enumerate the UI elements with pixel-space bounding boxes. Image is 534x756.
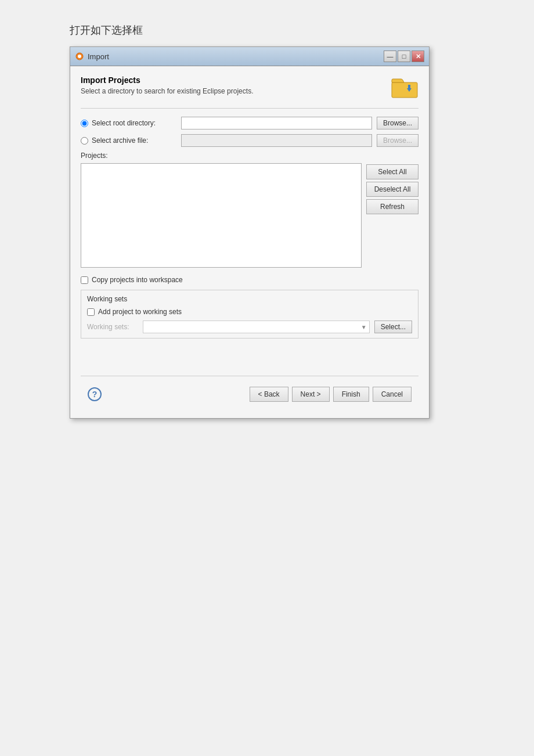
refresh-button[interactable]: Refresh: [366, 199, 418, 214]
archive-path-input[interactable]: [181, 134, 372, 147]
archive-file-row: Select archive file: Browse...: [81, 134, 418, 147]
header-title: Import Projects: [81, 75, 253, 85]
working-sets-combo[interactable]: ▼: [143, 321, 370, 333]
dialog-header: Import Projects Select a directory to se…: [81, 75, 418, 99]
svg-rect-6: [392, 82, 417, 98]
archive-radio[interactable]: [81, 137, 88, 145]
header-divider: [81, 108, 418, 109]
copy-label: Copy projects into workspace: [92, 276, 183, 284]
page-instruction: 打开如下选择框: [70, 23, 534, 37]
browse-root-button[interactable]: Browse...: [377, 117, 418, 129]
working-sets-group: Working sets Add project to working sets…: [81, 290, 418, 339]
projects-buttons: Select All Deselect All Refresh: [366, 163, 418, 268]
add-project-label: Add project to working sets: [98, 308, 182, 316]
add-project-checkbox[interactable]: [87, 308, 95, 316]
select-working-sets-button[interactable]: Select...: [374, 321, 412, 333]
add-project-row: Add project to working sets: [87, 308, 412, 316]
root-path-input[interactable]: [181, 117, 372, 129]
help-button[interactable]: ?: [88, 387, 102, 401]
spacer: [81, 347, 418, 376]
copy-checkbox-row: Copy projects into workspace: [81, 276, 418, 284]
import-dialog: Import — □ ✕ Import Projects Select a di…: [70, 46, 430, 419]
title-bar: Import — □ ✕: [70, 47, 429, 66]
header-subtitle: Select a directory to search for existin…: [81, 87, 253, 95]
svg-rect-2: [79, 53, 80, 55]
dropdown-arrow-icon: ▼: [361, 324, 367, 330]
working-sets-row: Working sets: ▼ Select...: [87, 321, 412, 333]
cancel-button[interactable]: Cancel: [373, 387, 412, 402]
archive-file-label[interactable]: Select archive file:: [81, 136, 176, 145]
projects-list[interactable]: [81, 163, 362, 268]
header-text: Import Projects Select a directory to se…: [81, 75, 253, 95]
footer-divider: [81, 376, 418, 376]
finish-button[interactable]: Finish: [333, 387, 369, 402]
maximize-button[interactable]: □: [398, 51, 410, 62]
dialog-title: Import: [88, 52, 109, 61]
back-button[interactable]: < Back: [250, 387, 288, 402]
svg-rect-3: [79, 58, 80, 60]
svg-rect-5: [81, 56, 83, 57]
minimize-button[interactable]: —: [384, 51, 396, 62]
working-sets-label: Working sets:: [87, 323, 138, 331]
dialog-body: Import Projects Select a directory to se…: [70, 66, 429, 418]
browse-archive-button[interactable]: Browse...: [377, 134, 418, 147]
import-icon: [75, 52, 84, 61]
folder-icon: [391, 75, 418, 99]
svg-rect-7: [408, 85, 410, 89]
svg-rect-4: [76, 56, 78, 57]
select-all-button[interactable]: Select All: [366, 164, 418, 179]
root-directory-row: Select root directory: Browse...: [81, 117, 418, 129]
svg-point-1: [78, 55, 81, 58]
projects-area: Select All Deselect All Refresh: [81, 163, 418, 268]
next-button[interactable]: Next >: [292, 387, 330, 402]
dialog-footer: ? < Back Next > Finish Cancel: [81, 382, 418, 409]
working-sets-title: Working sets: [87, 295, 412, 303]
projects-label: Projects:: [81, 152, 418, 160]
window-controls: — □ ✕: [384, 51, 424, 62]
root-directory-label[interactable]: Select root directory:: [81, 119, 176, 127]
root-radio[interactable]: [81, 120, 88, 127]
title-bar-left: Import: [75, 52, 109, 61]
copy-checkbox[interactable]: [81, 276, 88, 284]
deselect-all-button[interactable]: Deselect All: [366, 182, 418, 197]
close-button[interactable]: ✕: [412, 51, 424, 62]
